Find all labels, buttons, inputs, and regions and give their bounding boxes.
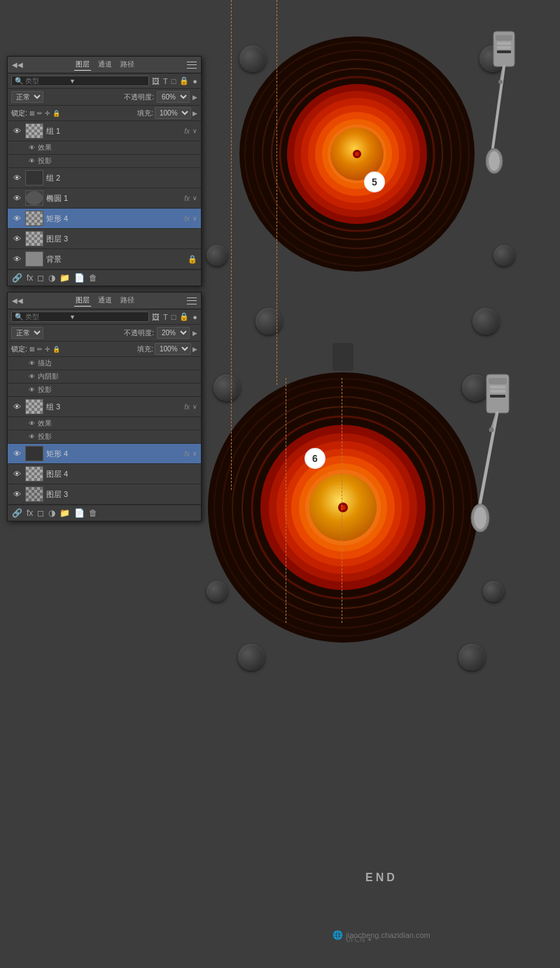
btn-delete-1[interactable]: 🗑 bbox=[89, 273, 97, 283]
opacity-label-1: 不透明度: bbox=[124, 92, 154, 102]
fill-chevron-2[interactable]: ▶ bbox=[192, 346, 197, 353]
lock-icon-2d[interactable]: 🔒 bbox=[52, 346, 60, 353]
icon-dot-2: ● bbox=[192, 313, 197, 321]
icon-img-1[interactable]: 🖼 bbox=[152, 77, 160, 85]
btn-fx-1[interactable]: fx bbox=[27, 273, 33, 283]
search-input-2[interactable] bbox=[25, 313, 67, 321]
opacity-dropdown-2[interactable]: 20% bbox=[157, 327, 190, 339]
search-dropdown-2[interactable]: ▼ bbox=[69, 314, 76, 321]
layer-expand-rect4[interactable]: ∨ bbox=[192, 215, 197, 222]
panel-1-collapse[interactable]: ◀◀ bbox=[12, 61, 23, 69]
fill-dropdown-1[interactable]: 100% bbox=[155, 107, 191, 119]
btn-mask-2[interactable]: ◻ bbox=[37, 508, 44, 518]
eye-shadow1[interactable]: 👁 bbox=[29, 157, 35, 164]
tab-paths-1[interactable]: 路径 bbox=[119, 59, 136, 71]
btn-group-2[interactable]: 📁 bbox=[59, 508, 70, 518]
eye-layer3-p2[interactable]: 👁 bbox=[11, 489, 22, 500]
layer-item-bg[interactable]: 👁 背景 🔒 bbox=[8, 249, 201, 269]
lock-icon-2c[interactable]: ✛ bbox=[45, 346, 50, 353]
tab-layers-1[interactable]: 图层 bbox=[74, 59, 91, 71]
opacity-dropdown-1[interactable]: 60% bbox=[157, 91, 190, 103]
knob-3 bbox=[206, 245, 227, 266]
eye-innershadow[interactable]: 👁 bbox=[29, 373, 35, 380]
eye-stroke[interactable]: 👁 bbox=[29, 360, 35, 367]
layer-item-group2[interactable]: 👁 组 2 bbox=[8, 168, 201, 188]
eye-rect4-p2[interactable]: 👁 bbox=[11, 448, 22, 459]
eye-layer3[interactable]: 👁 bbox=[11, 233, 22, 244]
svg-point-25 bbox=[498, 80, 503, 84]
search-input-1[interactable] bbox=[25, 77, 67, 85]
eye-group3[interactable]: 👁 bbox=[11, 401, 22, 412]
layer-expand-group1[interactable]: ∨ bbox=[192, 127, 197, 134]
tab-channels-1[interactable]: 通道 bbox=[97, 59, 113, 71]
layer-item-layer3[interactable]: 👁 图层 3 bbox=[8, 229, 201, 249]
layer-item-rect4-p2[interactable]: 👁 矩形 4 fx ∨ bbox=[8, 444, 201, 464]
icon-img-2[interactable]: 🖼 bbox=[152, 313, 160, 321]
opacity-chevron-1[interactable]: ▶ bbox=[192, 94, 197, 101]
eye-bg[interactable]: 👁 bbox=[11, 253, 22, 265]
panel-1-menu[interactable] bbox=[187, 62, 197, 69]
panel-2-collapse[interactable]: ◀◀ bbox=[12, 297, 23, 304]
tab-layers-2[interactable]: 图层 bbox=[74, 295, 91, 307]
blend-mode-dropdown-2[interactable]: 正常 bbox=[11, 327, 43, 339]
layer-item-layer4[interactable]: 👁 图层 4 bbox=[8, 464, 201, 484]
layer-expand-rect4-p2[interactable]: ∨ bbox=[192, 450, 197, 457]
panel-1-icons bbox=[187, 62, 197, 69]
eye-group1[interactable]: 👁 bbox=[11, 125, 22, 136]
eye-rect4[interactable]: 👁 bbox=[11, 213, 22, 224]
btn-link-1[interactable]: 🔗 bbox=[12, 273, 22, 283]
tab-channels-2[interactable]: 通道 bbox=[97, 295, 113, 307]
search-dropdown-1[interactable]: ▼ bbox=[69, 78, 76, 85]
layer-expand-ellipse1[interactable]: ∨ bbox=[192, 195, 197, 202]
panel-2-menu[interactable] bbox=[187, 297, 197, 304]
icon-lock-2[interactable]: 🔒 bbox=[179, 312, 189, 321]
btn-adjust-1[interactable]: ◑ bbox=[48, 273, 55, 283]
eye-effect3[interactable]: 👁 bbox=[29, 420, 35, 427]
icon-lock-1[interactable]: 🔒 bbox=[179, 76, 189, 85]
lock-icon-2b[interactable]: ✏ bbox=[37, 346, 43, 353]
panel-2-search[interactable]: 🔍 ▼ bbox=[11, 311, 149, 322]
lock-icon-2a[interactable]: ⊠ bbox=[29, 346, 35, 353]
layer-item-rect4[interactable]: 👁 矩形 4 fx ∨ bbox=[8, 209, 201, 229]
icon-t-1[interactable]: T bbox=[163, 77, 168, 85]
eye-ellipse1[interactable]: 👁 bbox=[11, 192, 22, 204]
btn-group-1[interactable]: 📁 bbox=[59, 273, 70, 283]
eye-group2[interactable]: 👁 bbox=[11, 172, 22, 183]
lock-icon-1c[interactable]: ✛ bbox=[45, 110, 50, 117]
effect1-label: 效果 bbox=[38, 143, 52, 153]
icon-rect-1[interactable]: □ bbox=[172, 77, 176, 85]
panel-1-search[interactable]: 🔍 ▼ bbox=[11, 76, 149, 86]
lock-icon-1d[interactable]: 🔒 bbox=[52, 110, 60, 117]
eye-shadow2[interactable]: 👁 bbox=[29, 386, 35, 393]
layer-item-layer3-p2[interactable]: 👁 图层 3 bbox=[8, 484, 201, 505]
blend-mode-dropdown-1[interactable]: 正常 bbox=[11, 91, 43, 103]
eye-shadow3[interactable]: 👁 bbox=[29, 433, 35, 440]
btn-delete-2[interactable]: 🗑 bbox=[89, 508, 97, 518]
lock-icon-1b[interactable]: ✏ bbox=[37, 110, 43, 117]
layer-item-group1[interactable]: 👁 组 1 fx ∨ bbox=[8, 121, 201, 141]
opacity-chevron-2[interactable]: ▶ bbox=[192, 330, 197, 337]
btn-fx-2[interactable]: fx bbox=[27, 508, 33, 518]
btn-link-2[interactable]: 🔗 bbox=[12, 508, 22, 518]
eye-layer4[interactable]: 👁 bbox=[11, 468, 22, 479]
layer-item-group3[interactable]: 👁 组 3 fx ∨ bbox=[8, 397, 201, 417]
icon-t-2[interactable]: T bbox=[163, 313, 168, 321]
svg-rect-45 bbox=[490, 390, 505, 393]
opacity-label-2: 不透明度: bbox=[124, 328, 154, 338]
layer-sub-effect3: 👁 效果 bbox=[8, 417, 201, 430]
guide-line-v4 bbox=[342, 378, 342, 623]
eye-effect1[interactable]: 👁 bbox=[29, 144, 35, 151]
icon-rect-2[interactable]: □ bbox=[172, 313, 176, 321]
layer-expand-group3[interactable]: ∨ bbox=[192, 403, 197, 410]
layer-item-ellipse1[interactable]: 👁 椭圆 1 fx ∨ bbox=[8, 188, 201, 209]
btn-adjust-2[interactable]: ◑ bbox=[48, 508, 55, 518]
layer-fx-ellipse1: fx bbox=[184, 195, 190, 202]
btn-new-1[interactable]: 📄 bbox=[74, 273, 85, 283]
tab-paths-2[interactable]: 路径 bbox=[119, 295, 136, 307]
fill-dropdown-2[interactable]: 100% bbox=[155, 343, 191, 355]
fill-chevron-1[interactable]: ▶ bbox=[192, 110, 197, 117]
lock-icon-1a[interactable]: ⊠ bbox=[29, 110, 35, 117]
btn-new-2[interactable]: 📄 bbox=[74, 508, 85, 518]
btn-mask-1[interactable]: ◻ bbox=[37, 273, 44, 283]
svg-point-23 bbox=[489, 151, 500, 171]
